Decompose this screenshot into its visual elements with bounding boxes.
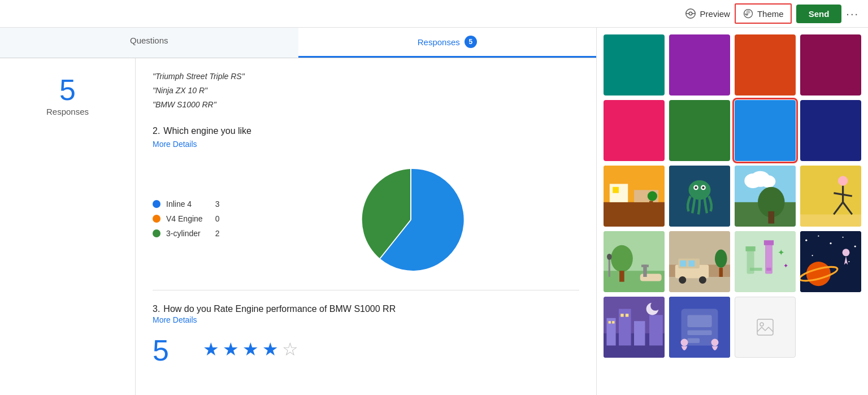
svg-point-84: [650, 301, 660, 311]
theme-swatch-purple[interactable]: [669, 34, 730, 96]
tab-responses-wrapper: Responses 5: [298, 36, 597, 48]
svg-point-18: [695, 186, 697, 189]
q2-title: Which engine you like: [163, 126, 251, 136]
survey-body: 5 Responses "Triumph Street Triple RS" "…: [0, 58, 596, 395]
theme-swatch-navy[interactable]: [800, 100, 861, 161]
svg-point-66: [843, 237, 844, 238]
theme-swatch-pink[interactable]: [604, 100, 665, 161]
question-3-section: 3. How do you Rate Engine performance of…: [153, 304, 579, 365]
svg-rect-28: [800, 214, 861, 227]
theme-swatch-gymnast[interactable]: [800, 166, 861, 227]
survey-area: Questions Responses 5 5 Responses "Trium…: [0, 28, 597, 395]
preview-button[interactable]: Preview: [684, 7, 730, 20]
theme-swatch-blue[interactable]: [735, 100, 796, 161]
engine-row-1: Inline 4 3: [153, 199, 220, 209]
svg-point-91: [711, 339, 719, 346]
tabs: Questions Responses 5: [0, 28, 596, 58]
svg-rect-81: [634, 321, 645, 345]
response-quotes: "Triumph Street Triple RS" "Ninja ZX 10 …: [153, 70, 579, 112]
theme-icon: [743, 8, 754, 19]
dot-3cyl: [153, 229, 160, 237]
svg-rect-48: [689, 261, 695, 267]
svg-rect-92: [757, 319, 773, 335]
upload-icon-wrap: [735, 297, 795, 357]
theme-swatch-orange[interactable]: [735, 34, 796, 96]
svg-text:✦: ✦: [778, 248, 785, 257]
svg-rect-47: [680, 261, 686, 267]
svg-rect-38: [609, 259, 610, 277]
svg-point-67: [854, 245, 856, 247]
svg-rect-80: [626, 314, 628, 316]
svg-rect-87: [687, 315, 711, 327]
pie-chart: [354, 163, 467, 276]
left-panel: 5 Responses: [0, 58, 136, 395]
tab-responses[interactable]: Responses 5: [298, 28, 597, 58]
theme-swatch-park[interactable]: [604, 231, 665, 292]
theme-swatch-space[interactable]: [800, 231, 861, 292]
theme-swatch-van[interactable]: [669, 231, 730, 292]
upload-icon: [755, 317, 775, 337]
svg-point-1: [689, 12, 692, 15]
quote-2: "Ninja ZX 10 R": [153, 84, 579, 98]
right-panel[interactable]: "Triumph Street Triple RS" "Ninja ZX 10 …: [136, 58, 596, 395]
svg-rect-79: [620, 314, 623, 316]
question-2-section: 2. Which engine you like More Details In…: [153, 126, 579, 276]
star-3: ★: [242, 338, 259, 360]
theme-label: Theme: [757, 9, 784, 19]
q3-more-details-link[interactable]: More Details: [153, 315, 579, 324]
svg-point-68: [812, 255, 813, 256]
theme-swatch-maroon[interactable]: [800, 34, 861, 96]
svg-point-69: [848, 261, 849, 262]
response-label: Responses: [46, 107, 89, 116]
svg-point-63: [805, 240, 807, 241]
svg-rect-42: [641, 264, 649, 267]
main-content: Questions Responses 5 5 Responses "Trium…: [0, 28, 868, 395]
topbar: Preview Theme Send ···: [0, 0, 868, 28]
theme-swatch-green[interactable]: [669, 100, 730, 161]
q2-more-details-link[interactable]: More Details: [153, 140, 579, 149]
quote-1: "Triumph Street Triple RS": [153, 70, 579, 84]
engine-row-2: V4 Engine 0: [153, 214, 220, 223]
star-5: ☆: [282, 338, 298, 360]
svg-point-19: [702, 186, 704, 189]
theme-swatch-upload[interactable]: [735, 297, 796, 358]
theme-swatch-city[interactable]: [604, 297, 665, 358]
q3-number: 3.: [153, 304, 160, 314]
svg-point-72: [843, 249, 850, 256]
svg-rect-58: [750, 268, 762, 271]
theme-swatch-room[interactable]: [604, 166, 665, 227]
tab-questions[interactable]: Questions: [0, 28, 298, 58]
response-count: 5: [59, 75, 76, 105]
svg-rect-52: [719, 268, 723, 277]
svg-rect-11: [613, 187, 619, 193]
more-options-button[interactable]: ···: [846, 7, 859, 20]
svg-point-64: [818, 236, 819, 237]
star-1: ★: [203, 338, 219, 360]
theme-swatch-abstract[interactable]: [669, 297, 730, 358]
quote-3: "BMW S1000 RR": [153, 98, 579, 112]
svg-rect-88: [687, 330, 711, 335]
svg-point-70: [806, 262, 831, 286]
tab-questions-label: Questions: [130, 36, 168, 45]
svg-rect-26: [768, 211, 774, 224]
svg-point-50: [699, 276, 706, 284]
svg-rect-59: [766, 268, 771, 271]
q3-rating-count: 5: [153, 336, 169, 365]
star-4: ★: [262, 338, 279, 360]
theme-swatch-landscape[interactable]: [735, 166, 796, 227]
theme-panel: ✦ ✦: [597, 28, 868, 395]
q2-number: 2.: [153, 126, 160, 136]
svg-rect-78: [619, 309, 631, 346]
tab-responses-label: Responses: [418, 37, 460, 47]
engine-count-3: 2: [209, 229, 220, 238]
divider-1: [153, 290, 579, 290]
send-button[interactable]: Send: [796, 5, 842, 23]
theme-swatch-lab[interactable]: ✦ ✦: [735, 231, 796, 292]
theme-swatch-octopus[interactable]: [669, 166, 730, 227]
theme-button[interactable]: Theme: [735, 3, 792, 24]
svg-rect-62: [800, 231, 861, 292]
theme-swatch-teal[interactable]: [604, 34, 665, 96]
svg-point-49: [679, 276, 686, 284]
stars-rating: ★ ★ ★ ★ ☆: [203, 338, 298, 360]
svg-rect-8: [604, 202, 665, 227]
